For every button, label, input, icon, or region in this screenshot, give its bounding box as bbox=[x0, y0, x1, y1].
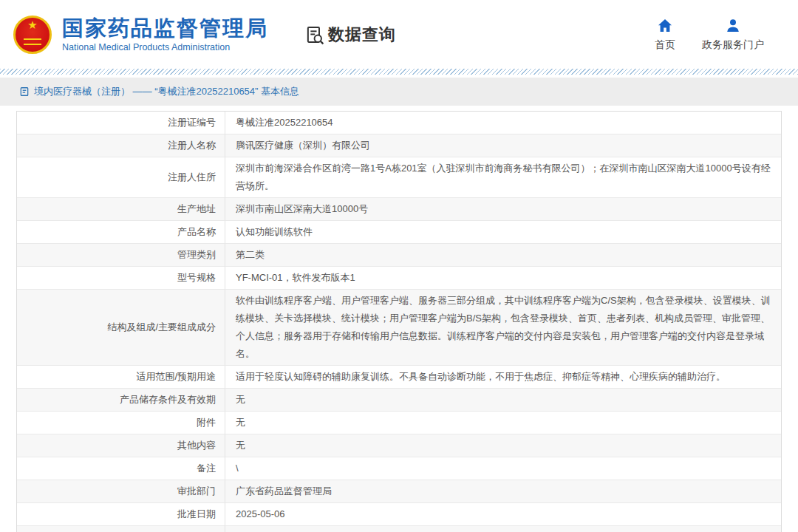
nmpa-logo-link[interactable]: ★ 国家药品监督管理局 National Medical Products Ad… bbox=[13, 16, 268, 54]
row-label: 生产地址 bbox=[17, 198, 225, 221]
row-label: 产品储存条件及有效期 bbox=[17, 389, 225, 412]
row-value: 无 bbox=[225, 412, 781, 434]
row-label: 备注 bbox=[17, 457, 225, 480]
emblem-gate-icon bbox=[24, 38, 41, 45]
row-value: 2025-05-06 bbox=[225, 503, 781, 526]
row-value: \ bbox=[225, 457, 781, 480]
emblem-star-icon: ★ bbox=[27, 19, 37, 30]
row-label: 注册人住所 bbox=[17, 157, 225, 198]
breadcrumb: 境内医疗器械（注册） —— “粤械注准20252210654” 基本信息 bbox=[19, 85, 299, 98]
nav-item-gov-portal[interactable]: 政务服务门户 bbox=[702, 17, 764, 52]
home-icon bbox=[656, 17, 674, 35]
row-value: 广东省药品监督管理局 bbox=[225, 480, 781, 503]
row-value: 适用于轻度认知障碍的辅助康复训练。不具备自动诊断功能，不用于焦虑症、抑郁症等精神… bbox=[225, 366, 781, 389]
row-value: 2025-05-06 bbox=[225, 526, 781, 532]
table-row: 型号规格YF-MCI-01，软件发布版本1 bbox=[17, 267, 781, 290]
table-row: 注册证编号粤械注准20252210654 bbox=[17, 112, 781, 134]
row-value: 无 bbox=[225, 389, 781, 412]
row-value: 深圳市前海深港合作区前湾一路1号A栋201室（入驻深圳市前海商务秘书有限公司）；… bbox=[225, 157, 781, 198]
row-value: YF-MCI-01，软件发布版本1 bbox=[225, 267, 781, 290]
data-query-label: 数据查询 bbox=[328, 24, 396, 46]
table-row: 适用范围/预期用途适用于轻度认知障碍的辅助康复训练。不具备自动诊断功能，不用于焦… bbox=[17, 366, 781, 389]
data-query-icon bbox=[304, 24, 324, 45]
row-value: 软件由训练程序客户端、用户管理客户端、服务器三部分组成，其中训练程序客户端为C/… bbox=[225, 290, 781, 366]
site-header: ★ 国家药品监督管理局 National Medical Products Ad… bbox=[0, 0, 798, 69]
table-row: 附件无 bbox=[17, 412, 781, 434]
row-label: 管理类别 bbox=[17, 244, 225, 267]
breadcrumb-label: 境内医疗器械（注册） —— “粤械注准20252210654” 基本信息 bbox=[34, 85, 299, 98]
row-label: 型号规格 bbox=[17, 267, 225, 290]
row-value: 无 bbox=[225, 434, 781, 457]
breadcrumb-bar: 境内医疗器械（注册） —— “粤械注准20252210654” 基本信息 bbox=[0, 78, 798, 106]
table-row: 产品储存条件及有效期无 bbox=[17, 389, 781, 412]
table-row: 注册人名称腾讯医疗健康（深圳）有限公司 bbox=[17, 134, 781, 157]
row-value: 腾讯医疗健康（深圳）有限公司 bbox=[225, 134, 781, 157]
org-title-en: National Medical Products Administration bbox=[62, 42, 268, 52]
row-label: 批准日期 bbox=[17, 503, 225, 526]
header-nav: 首页 政务服务门户 bbox=[655, 17, 764, 52]
row-label: 适用范围/预期用途 bbox=[17, 366, 225, 389]
row-value: 第二类 bbox=[225, 244, 781, 267]
row-label: 产品名称 bbox=[17, 221, 225, 244]
table-row: 注册人住所深圳市前海深港合作区前湾一路1号A栋201室（入驻深圳市前海商务秘书有… bbox=[17, 157, 781, 198]
org-title-cn: 国家药品监督管理局 bbox=[62, 16, 268, 40]
nav-item-gov-portal-label: 政务服务门户 bbox=[702, 38, 764, 52]
header-divider-stripe bbox=[0, 69, 798, 75]
row-label: 生效日期 bbox=[17, 526, 225, 532]
table-row: 结构及组成/主要组成成分软件由训练程序客户端、用户管理客户端、服务器三部分组成，… bbox=[17, 290, 781, 366]
table-row: 备注\ bbox=[17, 457, 781, 480]
row-label: 审批部门 bbox=[17, 480, 225, 503]
org-title-block: 国家药品监督管理局 National Medical Products Admi… bbox=[62, 16, 268, 52]
row-label: 其他内容 bbox=[17, 434, 225, 457]
table-row: 审批部门广东省药品监督管理局 bbox=[17, 480, 781, 503]
user-icon bbox=[724, 17, 742, 35]
table-row: 生效日期2025-05-06 bbox=[17, 526, 781, 532]
row-value: 深圳市南山区深南大道10000号 bbox=[225, 198, 781, 221]
nav-item-home[interactable]: 首页 bbox=[655, 17, 675, 52]
table-row: 产品名称认知功能训练软件 bbox=[17, 221, 781, 244]
row-value: 认知功能训练软件 bbox=[225, 221, 781, 244]
row-label: 注册证编号 bbox=[17, 112, 225, 134]
table-row: 其他内容无 bbox=[17, 434, 781, 457]
registration-detail-table: 注册证编号粤械注准20252210654 注册人名称腾讯医疗健康（深圳）有限公司… bbox=[16, 111, 782, 532]
row-label: 附件 bbox=[17, 412, 225, 434]
registration-detail-table-wrap: 注册证编号粤械注准20252210654 注册人名称腾讯医疗健康（深圳）有限公司… bbox=[16, 111, 782, 532]
row-value: 粤械注准20252210654 bbox=[225, 112, 781, 134]
row-label: 结构及组成/主要组成成分 bbox=[17, 290, 225, 366]
document-icon bbox=[19, 86, 30, 97]
nav-item-home-label: 首页 bbox=[655, 38, 675, 52]
table-row: 管理类别第二类 bbox=[17, 244, 781, 267]
table-row: 生产地址深圳市南山区深南大道10000号 bbox=[17, 198, 781, 221]
data-query-section-link[interactable]: 数据查询 bbox=[304, 24, 396, 46]
national-emblem-icon: ★ bbox=[13, 16, 52, 54]
table-row: 批准日期2025-05-06 bbox=[17, 503, 781, 526]
row-label: 注册人名称 bbox=[17, 134, 225, 157]
